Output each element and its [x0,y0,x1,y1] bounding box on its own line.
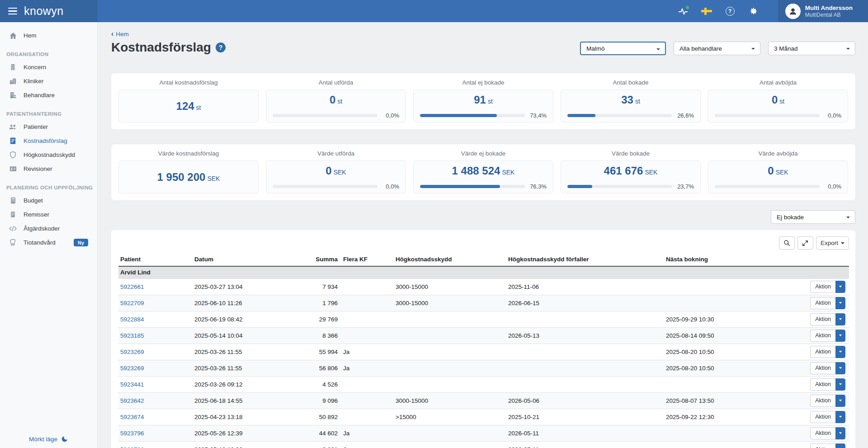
column-header-patient[interactable]: Patient [118,253,193,266]
column-header-summa[interactable]: Summa [289,253,341,266]
export-button[interactable]: Export [816,236,849,250]
aktion-button[interactable]: Aktion [810,411,835,423]
settings-gear-icon[interactable] [748,6,759,17]
language-flag-sweden-icon[interactable] [701,6,712,17]
sidebar-item-hogkostnadsskydd[interactable]: Högkostnadsskydd [0,148,97,162]
sidebar-item-tiotandvard[interactable]: TiotandvårdNy [0,236,97,250]
clinic-select[interactable]: Malmö [580,42,666,55]
breadcrumb[interactable]: ‹ Hem [111,31,129,38]
aktion-dropdown-button[interactable] [835,362,845,374]
results-table: PatientDatumSummaFlera KFHögkostnadsskyd… [118,253,849,448]
sidebar-item-budget[interactable]: Budget [0,193,97,207]
sidebar-item-koncern[interactable]: Koncern [0,60,97,74]
patient-link[interactable]: 5922661 [120,283,144,290]
table-row: 59236742025-04-23 13:1850 892>150002025-… [118,409,849,425]
cell-hks-forfaller: 2026-06-15 [506,295,664,311]
brand-logo[interactable]: knowyn [24,5,64,18]
caret-down-icon [839,432,842,434]
sidebar-item-revisioner[interactable]: Revisioner [0,162,97,176]
sidebar-item-kliniker[interactable]: Kliniker [0,74,97,88]
aktion-dropdown-button[interactable] [835,346,845,358]
sidebar-item-label: Högkostnadsskydd [24,151,75,158]
status-select[interactable]: Ej bokade [771,210,855,224]
patient-link[interactable]: 5923269 [120,365,144,372]
aktion-dropdown-button[interactable] [835,313,845,325]
aktion-button[interactable]: Aktion [810,330,835,342]
cell-hks [394,360,506,376]
column-header-hogkostnadsskydd-forfaller[interactable]: Högkostnadsskydd förfaller [506,253,664,266]
aktion-dropdown-button[interactable] [835,395,845,407]
aktion-dropdown-button[interactable] [835,297,845,309]
period-select[interactable]: 3 Månad [768,42,855,55]
expand-button[interactable] [797,236,813,250]
aktion-button[interactable]: Aktion [810,362,835,374]
cell-datum: 2025-06-19 08:42 [193,311,289,327]
column-header-flera-kf[interactable]: Flera KF [341,253,394,266]
aktion-button[interactable]: Aktion [810,443,835,448]
stat-value: 33 [621,94,633,106]
patient-link[interactable]: 5923269 [120,349,144,355]
receipt-icon [9,210,17,219]
breadcrumb-label: Hem [116,31,129,38]
sidebar-item-behandlare[interactable]: Behandlare [0,88,97,102]
aktion-dropdown-button[interactable] [835,443,845,448]
title-help-icon[interactable]: ? [216,42,226,52]
aktion-button[interactable]: Aktion [810,395,835,407]
patient-link[interactable]: 5923642 [120,397,144,404]
sidebar-item-label: Kostnadsförslag [24,137,67,144]
sidebar-item-patienter[interactable]: Patienter [0,120,97,134]
aktion-button[interactable]: Aktion [810,281,835,293]
search-button[interactable] [779,236,795,250]
column-header-hogkostnadsskydd[interactable]: Högkostnadsskydd [394,253,506,266]
sidebar-section-planering-och-uppfoljning: PLANERING OCH UPPFÖLJNING [6,185,97,190]
sidebar-item-atgardskoder[interactable]: Åtgärdskoder [0,222,97,236]
patient-link[interactable]: 5923796 [120,446,144,448]
dark-mode-toggle[interactable]: Mörkt läge [0,435,97,443]
patient-link[interactable]: 5922884 [120,316,144,323]
patient-link[interactable]: 5923796 [120,430,144,437]
column-header-datum[interactable]: Datum [193,253,289,266]
cell-datum: 2025-03-26 11:55 [193,344,289,360]
stat-box: 91st73,4% [413,90,553,123]
aktion-button[interactable]: Aktion [810,378,835,391]
cell-summa: 7 934 [289,278,341,295]
group-header-label: Arvid Lind [118,266,849,278]
group-header-row: Arvid Lind [118,266,849,278]
status-dot [686,6,689,9]
practitioner-select[interactable]: Alla behandlare [674,42,760,55]
patient-link[interactable]: 5923674 [120,414,144,420]
aktion-dropdown-button[interactable] [835,330,845,342]
activity-icon[interactable] [678,6,689,17]
building-icon [9,63,17,71]
patient-link[interactable]: 5923185 [120,332,144,339]
document-icon [9,137,17,145]
patient-link[interactable]: 5922709 [120,300,144,307]
patient-link[interactable]: 5923441 [120,381,144,388]
aktion-dropdown-button[interactable] [835,411,845,423]
user-menu[interactable]: Multi Andersson MultiDental AB [778,0,868,22]
sidebar-item-kostnadsforslag[interactable]: Kostnadsförslag [0,134,97,148]
stat-value: 1 950 200 [157,171,206,183]
aktion-button[interactable]: Aktion [810,346,835,358]
cell-hks-forfaller [506,376,664,392]
aktion-button[interactable]: Aktion [810,297,835,309]
sidebar-item-remisser[interactable]: Remisser [0,207,97,222]
aktion-button[interactable]: Aktion [810,427,835,439]
help-icon[interactable]: ? [725,6,736,17]
menu-icon[interactable] [8,8,17,15]
column-header-nasta-bokning[interactable]: Nästa bokning [664,253,804,266]
chevron-left-icon: ‹ [111,31,113,37]
cell-nasta-bokning: 2025-08-20 10:50 [664,344,804,360]
aktion-dropdown-button[interactable] [835,378,845,391]
sidebar: HemORGANISATIONKoncernKlinikerBehandlare… [0,22,98,448]
cell-summa: 44 602 [289,425,341,441]
stat-value: 0 [772,94,778,106]
cell-hks-forfaller: 2026-05-11 [506,425,664,441]
sidebar-section-patienthantering: PATIENTHANTERING [6,111,97,117]
caret-down-icon [839,335,842,336]
stat-title: Värde utförda [266,150,406,157]
aktion-dropdown-button[interactable] [835,281,845,293]
aktion-button[interactable]: Aktion [810,313,835,325]
sidebar-item-hem[interactable]: Hem [0,28,97,42]
aktion-dropdown-button[interactable] [835,427,845,439]
